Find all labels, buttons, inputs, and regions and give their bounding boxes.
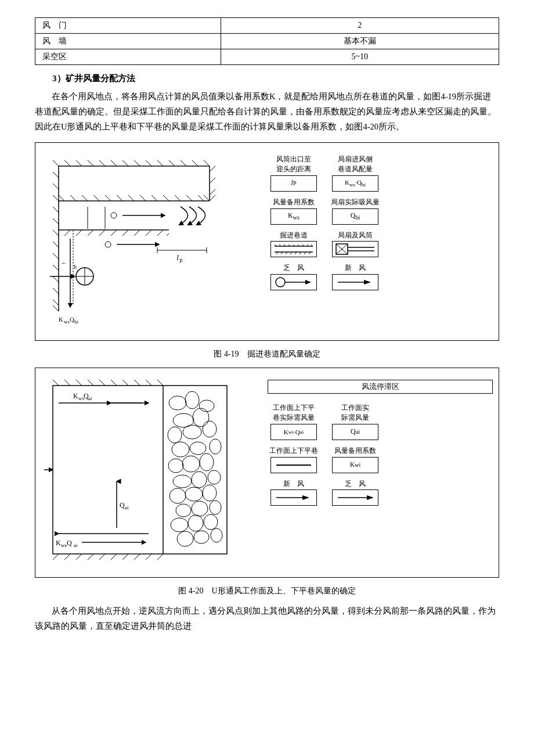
svg-line-53 xyxy=(157,230,163,236)
svg-point-119 xyxy=(168,427,182,443)
svg-marker-187 xyxy=(367,495,374,500)
paragraph-1: 在各个用风地点，将各用风点计算的风员值乘以备用系数K，就是配给用风地点所在巷道的… xyxy=(35,89,499,134)
figure-20-diagram: K ws Q ai Q ai K we Q ai xyxy=(41,374,256,571)
legend-item-kwsqbi: 局扇进风侧巷道风配量 Kws·Qbi xyxy=(329,154,381,192)
svg-line-162 xyxy=(157,554,163,560)
svg-point-130 xyxy=(208,470,221,484)
svg-text:ai: ai xyxy=(88,395,92,401)
svg-marker-111 xyxy=(364,280,371,285)
legend-item-qbi: 局扇实际吸风量 Qbi xyxy=(329,197,381,225)
legend-item-exhaust2: 乏 风 xyxy=(329,479,381,506)
svg-line-143 xyxy=(53,380,59,386)
svg-line-4 xyxy=(76,160,82,166)
svg-point-123 xyxy=(190,442,206,455)
svg-line-30 xyxy=(59,195,64,201)
svg-line-16 xyxy=(53,172,59,178)
legend-row-2: 工作面上下平巷 风量备用系数 Kwi xyxy=(268,446,493,473)
svg-point-121 xyxy=(203,421,217,437)
svg-line-34 xyxy=(105,195,111,201)
legend-item-fan: 局扇及风筒 xyxy=(329,231,381,258)
svg-line-159 xyxy=(122,554,128,560)
svg-line-145 xyxy=(76,380,82,386)
svg-line-37 xyxy=(140,195,146,201)
svg-line-48 xyxy=(99,230,105,236)
svg-line-41 xyxy=(186,195,192,201)
svg-line-18 xyxy=(53,195,59,201)
svg-point-139 xyxy=(204,514,218,530)
svg-text:Q: Q xyxy=(67,539,72,547)
svg-line-33 xyxy=(93,195,99,201)
svg-line-147 xyxy=(99,380,105,386)
figure-19-legend: 风筒出口至迎头的距离 lP 局扇进风侧巷道风配量 Kws·Qbi 风量备用系数 … xyxy=(256,149,493,334)
svg-point-124 xyxy=(210,439,221,454)
figure-20-svg: K ws Q ai Q ai K we Q ai xyxy=(41,374,250,566)
svg-line-185 xyxy=(355,494,358,498)
svg-line-28 xyxy=(53,305,59,311)
svg-line-7 xyxy=(111,160,117,166)
svg-line-35 xyxy=(117,195,122,201)
svg-text:Q: Q xyxy=(120,501,125,509)
svg-line-54 xyxy=(167,233,169,236)
svg-text:Q: Q xyxy=(70,316,74,323)
svg-line-68 xyxy=(210,195,215,201)
paragraph-2: 从各个用风地点开始，逆风流方向而上，遇分风点则加上其他风路的分风量，得到未分风前… xyxy=(35,603,499,633)
svg-line-20 xyxy=(53,218,59,224)
svg-line-38 xyxy=(151,195,157,201)
svg-point-131 xyxy=(169,488,186,503)
svg-line-146 xyxy=(88,380,93,386)
svg-point-133 xyxy=(203,485,217,501)
svg-line-12 xyxy=(169,160,175,166)
svg-line-47 xyxy=(88,230,93,236)
svg-line-150 xyxy=(134,380,140,386)
svg-line-160 xyxy=(134,554,140,560)
svg-line-39 xyxy=(163,195,169,201)
svg-line-25 xyxy=(53,276,59,282)
svg-line-155 xyxy=(76,554,82,560)
svg-line-161 xyxy=(146,554,151,560)
svg-line-66 xyxy=(210,178,215,183)
svg-line-40 xyxy=(175,195,181,201)
svg-point-127 xyxy=(200,453,214,471)
svg-text:h: h xyxy=(74,264,77,270)
svg-point-61 xyxy=(111,213,117,218)
legend-row-2: 风量备用系数 Kws 局扇实际吸风量 Qbi xyxy=(268,197,493,225)
svg-text:p: p xyxy=(180,257,183,263)
svg-line-24 xyxy=(53,265,59,271)
svg-point-140 xyxy=(177,531,193,546)
legend-row-3: 新 风 乏 风 xyxy=(268,479,493,506)
svg-line-151 xyxy=(146,380,151,386)
legend-item-fresh2: 新 风 xyxy=(268,479,320,506)
svg-text:K: K xyxy=(56,539,61,547)
svg-line-149 xyxy=(122,380,128,386)
svg-line-148 xyxy=(111,380,117,386)
svg-line-154 xyxy=(64,554,70,560)
legend-item-workface-lane: 工作面上下平巷 xyxy=(268,446,320,473)
svg-line-153 xyxy=(53,554,59,560)
table-cell-label: 采空区 xyxy=(35,49,221,65)
figure-20-wrap: K ws Q ai Q ai K we Q ai xyxy=(41,374,493,571)
figure-20-container: K ws Q ai Q ai K we Q ai xyxy=(35,368,499,578)
svg-point-137 xyxy=(171,518,188,532)
svg-line-13 xyxy=(181,160,186,166)
table-cell-value: 2 xyxy=(221,18,499,34)
svg-text:↑: ↑ xyxy=(60,262,67,265)
figure-19-diagram: l p K ws Q bi ↑ h xyxy=(41,149,256,334)
svg-point-125 xyxy=(168,459,183,473)
svg-line-11 xyxy=(157,160,163,166)
svg-line-144 xyxy=(64,380,70,386)
svg-point-116 xyxy=(199,400,214,412)
svg-line-17 xyxy=(53,183,59,189)
table-row: 采空区 5~10 xyxy=(35,49,499,65)
legend-row-1: 风筒出口至迎头的距离 lP 局扇进风侧巷道风配量 Kws·Qbi xyxy=(268,154,493,192)
legend-row-1: 工作面上下平巷实际需风量 Kwi·Qai 工作面实际需风量 Qai xyxy=(268,403,493,440)
svg-marker-109 xyxy=(305,280,311,285)
legend-row-4: 乏 风 新 风 xyxy=(268,263,493,290)
svg-line-158 xyxy=(111,554,117,560)
legend-item-fresh: 新 风 xyxy=(329,263,381,290)
svg-line-67 xyxy=(210,189,215,195)
legend-item-lp: 风筒出口至迎头的距离 lP xyxy=(268,154,320,192)
svg-line-42 xyxy=(198,195,204,201)
svg-line-157 xyxy=(99,554,105,560)
svg-point-63 xyxy=(105,242,111,247)
svg-line-9 xyxy=(134,160,140,166)
